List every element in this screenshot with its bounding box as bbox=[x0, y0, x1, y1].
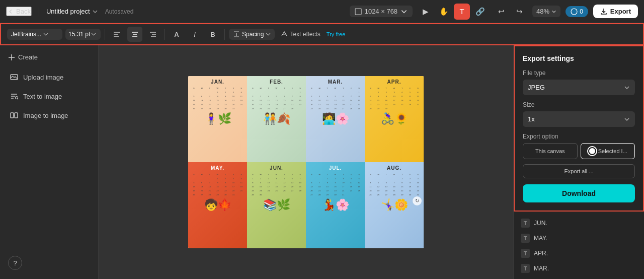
undo-button[interactable]: ↩ bbox=[493, 4, 509, 20]
link-tool-button[interactable]: 🔗 bbox=[472, 4, 488, 20]
text-effects-selector[interactable]: Text effects bbox=[278, 29, 323, 40]
calendar-jul: JUL. SMTWTFS 12345 6789101112 1314151617… bbox=[306, 162, 365, 248]
svg-rect-4 bbox=[11, 113, 14, 118]
nav-right-group: 48% 0 Export bbox=[532, 5, 638, 18]
undo-redo-group: ↩ ↪ bbox=[493, 4, 527, 20]
create-section-header: Create bbox=[4, 50, 94, 64]
refresh-button[interactable]: ↻ bbox=[413, 196, 422, 205]
export-option-label: Export option bbox=[523, 133, 635, 140]
calendar-jun: JUN. SMTWTFS 1234567 891011121314 151617… bbox=[247, 162, 306, 248]
font-case-button[interactable]: A bbox=[169, 27, 184, 42]
calendar-feb: FEB. SMTWTFS 1 2345678 9101112131415 161… bbox=[247, 76, 306, 162]
svg-point-3 bbox=[16, 97, 18, 99]
layer-text-icon: T bbox=[521, 234, 530, 243]
this-canvas-option[interactable]: This canvas bbox=[523, 143, 578, 159]
layer-text-icon: T bbox=[521, 249, 530, 258]
italic-button[interactable]: I bbox=[187, 27, 202, 42]
sidebar-item-text-to-image[interactable]: Text to image bbox=[4, 87, 94, 105]
canvas-area[interactable]: JAN. SMTWTFS 1234 567891011 121314151617… bbox=[99, 45, 513, 279]
main-area: Create Upload image Text to image I bbox=[0, 45, 644, 279]
layer-item-mar[interactable]: T MAR. bbox=[516, 261, 642, 276]
sidebar: Create Upload image Text to image I bbox=[0, 45, 99, 279]
nav-divider-1 bbox=[39, 7, 39, 17]
calendar-apr: APR. SMTWTFS 123456 78910111213 14151617… bbox=[365, 76, 424, 162]
zoom-selector[interactable]: 48% bbox=[532, 6, 560, 17]
try-free-label[interactable]: Try free bbox=[327, 31, 346, 37]
tool-buttons: ▶ ✋ T 🔗 bbox=[418, 4, 488, 20]
svg-rect-0 bbox=[355, 9, 361, 15]
file-type-selector[interactable]: JPEG bbox=[523, 80, 635, 95]
export-all-button[interactable]: Export all ... bbox=[523, 164, 635, 178]
calendar-may: MAY. SMTWTFS 1234 567891011 121314151617… bbox=[188, 162, 247, 248]
gesture-tool-button[interactable]: ✋ bbox=[436, 4, 452, 20]
export-button[interactable]: Export bbox=[593, 5, 638, 18]
calendar-jan: JAN. SMTWTFS 1234 567891011 121314151617… bbox=[188, 76, 247, 162]
top-navigation: Back Untitled project Autosaved 1024 × 7… bbox=[0, 0, 644, 23]
layers-list: T JUN. T MAY. T APR. T MAR. bbox=[514, 212, 644, 279]
export-settings-panel: Export settings File type JPEG Size 1x E… bbox=[514, 45, 644, 212]
redo-button[interactable]: ↪ bbox=[511, 4, 527, 20]
sidebar-item-upload-image[interactable]: Upload image bbox=[4, 68, 94, 86]
right-panel: Export settings File type JPEG Size 1x E… bbox=[513, 45, 644, 279]
help-button[interactable]: ? bbox=[8, 256, 22, 270]
font-family-selector[interactable]: JetBrains... bbox=[7, 29, 62, 40]
spacing-selector[interactable]: Spacing bbox=[229, 29, 275, 40]
layer-text-icon: T bbox=[521, 264, 530, 273]
layer-item-apr[interactable]: T APR. bbox=[516, 246, 642, 261]
download-button[interactable]: Download bbox=[523, 184, 635, 202]
font-size-selector[interactable]: 15.31 pt bbox=[65, 29, 101, 40]
canvas-content: JAN. SMTWTFS 1234 567891011 121314151617… bbox=[188, 76, 424, 248]
align-right-button[interactable] bbox=[145, 27, 160, 42]
toolbar-separator-1 bbox=[105, 29, 105, 40]
bold-button[interactable]: B bbox=[205, 27, 220, 42]
sidebar-item-image-to-image[interactable]: Image to image bbox=[4, 106, 94, 124]
play-tool-button[interactable]: ▶ bbox=[418, 4, 434, 20]
export-settings-title: Export settings bbox=[523, 54, 635, 62]
calendar-aug: AUG. SMTWTFS 123 45678910 11121314151617… bbox=[365, 162, 424, 248]
layer-text-icon: T bbox=[521, 219, 530, 228]
align-center-button[interactable] bbox=[127, 27, 142, 42]
text-toolbar: JetBrains... 15.31 pt A I B Spacing Text… bbox=[0, 23, 644, 45]
layer-item-may[interactable]: T MAY. bbox=[516, 231, 642, 246]
file-type-label: File type bbox=[523, 69, 635, 77]
collaboration-button[interactable]: 0 bbox=[566, 6, 588, 17]
export-options-row: This canvas Selected I... bbox=[523, 143, 635, 159]
size-label: Size bbox=[523, 101, 635, 108]
toolbar-separator-2 bbox=[165, 29, 165, 40]
canvas-size-selector[interactable]: 1024 × 768 bbox=[350, 6, 413, 17]
toolbar-separator-3 bbox=[224, 29, 225, 40]
back-button[interactable]: Back bbox=[6, 7, 32, 16]
sidebar-footer: ? bbox=[4, 252, 94, 274]
text-tool-button[interactable]: T bbox=[454, 4, 470, 20]
project-name[interactable]: Untitled project bbox=[46, 8, 98, 15]
selected-option[interactable]: Selected I... bbox=[581, 143, 635, 159]
autosaved-label: Autosaved bbox=[105, 8, 134, 15]
calendar-mar: MAR. SMTWTFS 1 2345678 9101112131415 161… bbox=[306, 76, 365, 162]
align-left-button[interactable] bbox=[109, 27, 124, 42]
size-selector[interactable]: 1x bbox=[523, 111, 635, 127]
layer-item-jun[interactable]: T JUN. bbox=[516, 216, 642, 231]
svg-point-1 bbox=[571, 9, 577, 15]
svg-rect-5 bbox=[15, 113, 18, 118]
